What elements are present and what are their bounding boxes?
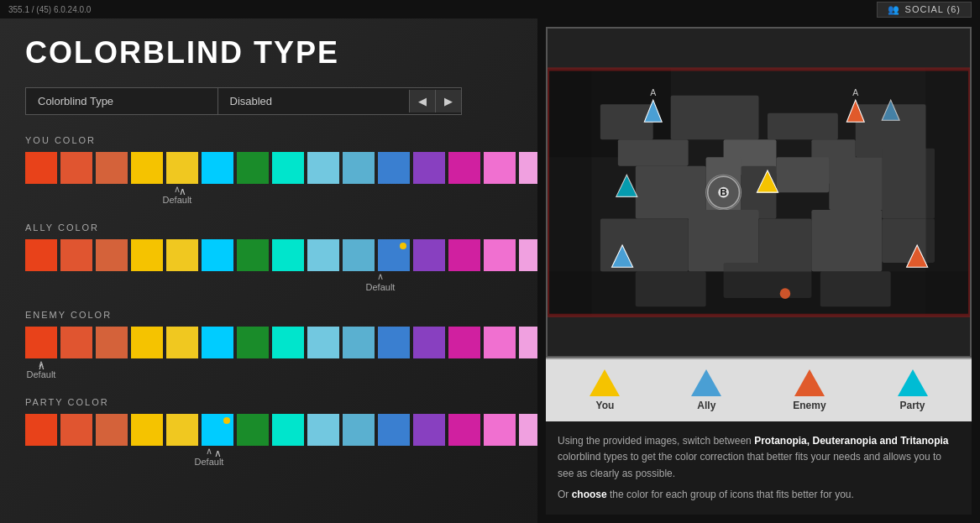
- selector-label: Colorblind Type: [26, 88, 218, 114]
- swatch[interactable]: [307, 327, 339, 358]
- you-color-section: YOU COLOR: [25, 135, 512, 206]
- swatch[interactable]: [448, 239, 480, 271]
- swatch-selected[interactable]: [202, 414, 233, 446]
- svg-point-41: [780, 288, 791, 299]
- swatch[interactable]: [272, 152, 304, 184]
- ally-selected-dot: [400, 243, 406, 249]
- swatch[interactable]: [413, 414, 445, 446]
- swatch[interactable]: [166, 414, 198, 446]
- swatch[interactable]: [484, 152, 516, 184]
- legend-row: You Ally Enemy Party: [546, 358, 972, 421]
- swatch[interactable]: [131, 152, 163, 184]
- swatch-selected[interactable]: [25, 327, 57, 358]
- enemy-swatches-wrapper: ∧ Default: [25, 327, 512, 380]
- you-default-label: Default: [163, 195, 192, 205]
- swatch[interactable]: [272, 239, 304, 271]
- swatch[interactable]: [60, 239, 92, 271]
- swatch[interactable]: [96, 152, 128, 184]
- swatch[interactable]: [60, 152, 92, 184]
- swatch[interactable]: [307, 239, 339, 271]
- swatch[interactable]: [60, 327, 92, 358]
- social-button[interactable]: 👥 SOCIAL (6): [877, 2, 972, 18]
- swatch[interactable]: [413, 152, 445, 184]
- swatch[interactable]: [166, 327, 198, 358]
- swatch[interactable]: [519, 414, 537, 446]
- swatch[interactable]: [378, 414, 410, 446]
- info-text-3: Or: [558, 489, 572, 500]
- swatch[interactable]: [448, 414, 480, 446]
- swatch[interactable]: [131, 239, 163, 271]
- info-box: Using the provided images, switch betwee…: [546, 421, 972, 515]
- svg-rect-18: [689, 210, 759, 271]
- you-triangle-icon: [590, 369, 620, 396]
- svg-rect-4: [671, 96, 759, 139]
- swatch[interactable]: [448, 152, 480, 184]
- info-text-1: Using the provided images, switch betwee…: [558, 435, 754, 447]
- swatch[interactable]: [25, 414, 57, 446]
- you-caret: ∧: [174, 184, 181, 194]
- swatch[interactable]: [484, 239, 516, 271]
- swatch[interactable]: [202, 239, 233, 271]
- swatch[interactable]: [378, 239, 410, 271]
- swatch[interactable]: [343, 414, 375, 446]
- swatch[interactable]: [166, 239, 198, 271]
- social-icon: 👥: [888, 4, 900, 15]
- version-text: 355.1 / (45) 6.0.24.0.0: [8, 5, 91, 14]
- next-arrow-button[interactable]: ▶: [435, 90, 461, 112]
- swatch-selected[interactable]: [166, 152, 198, 184]
- swatch[interactable]: [131, 327, 163, 358]
- swatch[interactable]: [237, 414, 269, 446]
- party-color-label: PARTY COLOR: [25, 397, 512, 407]
- ally-color-section: ALLY COLOR: [25, 222, 512, 293]
- party-color-swatches: [25, 414, 512, 446]
- enemy-caret: ∧: [38, 358, 45, 369]
- swatch[interactable]: [202, 152, 233, 184]
- swatch[interactable]: [484, 327, 516, 358]
- swatch[interactable]: [413, 239, 445, 271]
- swatch[interactable]: [272, 414, 304, 446]
- swatch[interactable]: [307, 152, 339, 184]
- swatch[interactable]: [25, 239, 57, 271]
- swatch[interactable]: [272, 327, 304, 358]
- party-default-label: Default: [195, 457, 224, 467]
- you-legend-label: You: [596, 400, 615, 411]
- swatch[interactable]: [202, 327, 233, 358]
- swatch[interactable]: [60, 414, 92, 446]
- swatch[interactable]: [343, 152, 375, 184]
- swatch[interactable]: [237, 152, 269, 184]
- swatch[interactable]: [237, 327, 269, 358]
- you-color-label: YOU COLOR: [25, 135, 512, 145]
- prev-arrow-button[interactable]: ◀: [409, 90, 435, 112]
- party-color-section: PARTY COLOR: [25, 397, 512, 468]
- swatch[interactable]: [519, 327, 537, 358]
- swatch[interactable]: [519, 152, 537, 184]
- swatch[interactable]: [413, 327, 445, 358]
- swatch[interactable]: [519, 239, 537, 271]
- swatch[interactable]: [378, 327, 410, 358]
- ally-swatches-wrapper: ∧ Default: [25, 239, 512, 293]
- info-paragraph-1: Using the provided images, switch betwee…: [558, 433, 960, 482]
- right-panel: B A: [537, 18, 980, 523]
- swatch[interactable]: [378, 152, 410, 184]
- you-color-swatches: [25, 152, 512, 184]
- top-bar-left: 355.1 / (45) 6.0.24.0.0: [8, 5, 91, 14]
- party-legend-label: Party: [900, 400, 925, 411]
- swatch[interactable]: [343, 327, 375, 358]
- legend-item-ally: Ally: [691, 369, 721, 411]
- swatch[interactable]: [96, 414, 128, 446]
- swatch[interactable]: [448, 327, 480, 358]
- swatch[interactable]: [131, 414, 163, 446]
- swatch[interactable]: [237, 239, 269, 271]
- top-bar: 355.1 / (45) 6.0.24.0.0 👥 SOCIAL (6): [0, 0, 980, 18]
- info-text-2: colorblind types to get the color correc…: [558, 451, 941, 479]
- swatch[interactable]: [484, 414, 516, 446]
- swatch[interactable]: [307, 414, 339, 446]
- swatch[interactable]: [343, 239, 375, 271]
- svg-text:A: A: [650, 88, 656, 97]
- ally-color-label: ALLY COLOR: [25, 222, 512, 233]
- swatch[interactable]: [25, 152, 57, 184]
- info-paragraph-2: Or choose the color for each group of ic…: [558, 487, 960, 503]
- swatch[interactable]: [96, 327, 128, 358]
- swatch[interactable]: [96, 239, 128, 271]
- info-choose-link: choose: [572, 489, 607, 500]
